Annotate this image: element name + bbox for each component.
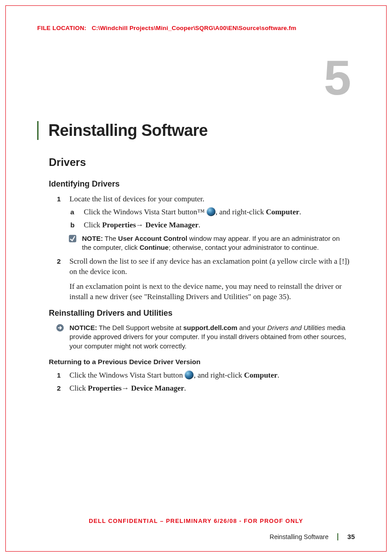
- footer-page-number: 35: [347, 533, 355, 540]
- step-number: 1: [57, 194, 69, 205]
- note-block: NOTE: The User Account Control window ma…: [69, 234, 350, 252]
- file-location-label: FILE LOCATION:: [37, 25, 86, 31]
- chapter-title: Reinstalling Software: [48, 121, 208, 140]
- footer-divider-icon: [337, 533, 338, 540]
- substep-letter: b: [70, 220, 84, 231]
- step-body: Locate the list of devices for your comp…: [69, 194, 350, 205]
- file-location-path: C:\Windchill Projects\Mini_Cooper\SQRG\A…: [92, 25, 297, 31]
- chapter-title-row: Reinstalling Software: [37, 121, 355, 140]
- step-2: 2 Scroll down the list to see if any dev…: [57, 257, 350, 277]
- svg-rect-0: [69, 235, 77, 243]
- substep-b: b Click Properties→ Device Manager.: [70, 220, 350, 231]
- ret-step-1: 1 Click the Windows Vista Start button ,…: [57, 370, 350, 381]
- substep-a: a Click the Windows Vista Start button™ …: [70, 207, 350, 218]
- file-location-header: FILE LOCATION: C:\Windchill Projects\Min…: [37, 25, 355, 31]
- step-1: 1 Locate the list of devices for your co…: [57, 194, 350, 205]
- heading-reinstalling-drivers: Reinstalling Drivers and Utilities: [49, 309, 355, 318]
- substep-body: Click the Windows Vista Start button™ , …: [84, 207, 350, 218]
- note-text: NOTE: The User Account Control window ma…: [82, 234, 350, 252]
- windows-start-icon: [185, 370, 194, 379]
- heading-returning-previous-driver: Returning to a Previous Device Driver Ve…: [49, 358, 355, 366]
- heading-drivers: Drivers: [49, 156, 355, 169]
- step-body: Scroll down the list to see if any devic…: [69, 257, 350, 277]
- footer-confidential: DELL CONFIDENTIAL – PRELIMINARY 6/26/08 …: [6, 518, 386, 524]
- notice-block: NOTICE: The Dell Support website at supp…: [56, 323, 350, 351]
- step-body: Click the Windows Vista Start button , a…: [69, 370, 350, 381]
- step-number: 2: [57, 257, 69, 277]
- footer-section-title: Reinstalling Software: [270, 533, 329, 540]
- step-number: 1: [57, 370, 69, 381]
- ret-step-2: 2 Click Properties→ Device Manager.: [57, 383, 350, 394]
- step-body: Click Properties→ Device Manager.: [69, 383, 350, 394]
- footer-page-info: Reinstalling Software 35: [270, 533, 355, 540]
- page-frame: FILE LOCATION: C:\Windchill Projects\Min…: [5, 5, 387, 552]
- heading-identifying-drivers: Identifying Drivers: [49, 179, 355, 189]
- notice-arrow-icon: [56, 324, 64, 332]
- substep-letter: a: [70, 207, 84, 218]
- note-icon: [69, 235, 77, 243]
- notice-text: NOTICE: The Dell Support website at supp…: [69, 323, 350, 351]
- step-2-paragraph: If an exclamation point is next to the d…: [69, 282, 350, 302]
- substep-body: Click Properties→ Device Manager.: [84, 220, 350, 231]
- chapter-number: 5: [324, 53, 351, 102]
- change-bar-icon: [37, 121, 39, 140]
- step-number: 2: [57, 383, 69, 394]
- windows-start-icon: [207, 207, 215, 216]
